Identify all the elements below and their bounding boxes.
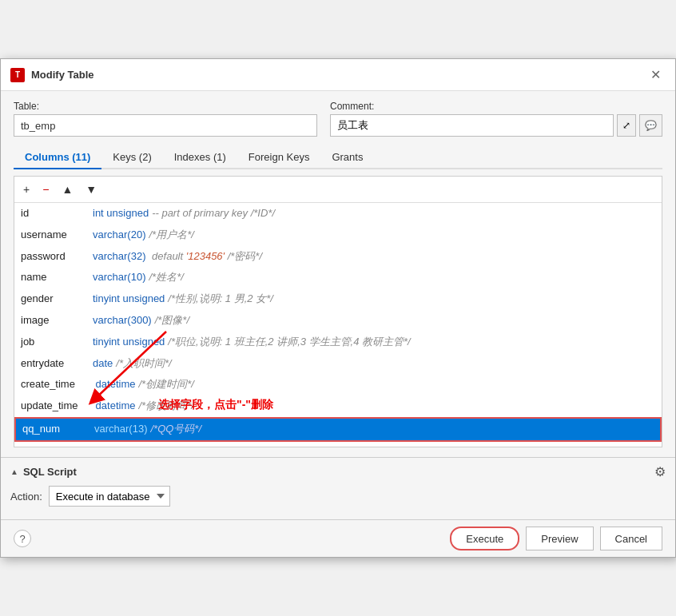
- action-row: Action: Execute in database Write to cli…: [10, 486, 666, 507]
- form-content: Table: Comment: ⤢ 💬 Columns (11) Keys (2…: [1, 91, 675, 457]
- add-column-button[interactable]: +: [18, 180, 35, 199]
- table-row[interactable]: entrydate date /*入职时间*/: [14, 353, 662, 375]
- table-row[interactable]: update_time datetime /*修改时间*/ 选择字段，点击"-"…: [14, 395, 662, 417]
- title-bar: T Modify Table ✕: [1, 59, 675, 91]
- tab-bar: Columns (11) Keys (2) Indexes (1) Foreig…: [14, 146, 662, 169]
- move-down-button[interactable]: ▼: [80, 180, 102, 199]
- remove-column-button[interactable]: −: [37, 180, 54, 199]
- table-row[interactable]: password varchar(32) default '123456' /*…: [14, 246, 662, 268]
- footer-buttons: Execute Preview Cancel: [450, 527, 662, 550]
- form-row: Table: Comment: ⤢ 💬: [14, 101, 662, 137]
- action-label: Action:: [10, 491, 42, 503]
- help-button[interactable]: ?: [14, 530, 31, 547]
- table-row-selected[interactable]: qq_num varchar(13) /*QQ号码*/: [14, 417, 662, 442]
- table-row[interactable]: gender tinyint unsigned /*性别,说明: 1 男,2 女…: [14, 288, 662, 310]
- title-bar-left: T Modify Table: [10, 68, 93, 82]
- tab-grants[interactable]: Grants: [320, 146, 374, 169]
- comment-input[interactable]: [330, 114, 614, 137]
- table-row[interactable]: create_time datetime /*创建时间*/: [14, 374, 662, 395]
- footer: ? Execute Preview Cancel: [1, 519, 675, 557]
- tab-keys[interactable]: Keys (2): [101, 146, 162, 169]
- close-button[interactable]: ✕: [646, 66, 666, 84]
- toolbar: + − ▲ ▼: [14, 177, 662, 203]
- tab-indexes[interactable]: Indexes (1): [163, 146, 237, 169]
- tab-columns[interactable]: Columns (11): [14, 146, 101, 169]
- collapse-icon[interactable]: ▲: [10, 467, 18, 476]
- sql-title: ▲ SQL Script: [10, 466, 77, 478]
- move-up-button[interactable]: ▲: [56, 180, 78, 199]
- comment-label: Comment:: [330, 101, 662, 112]
- sql-section: ▲ SQL Script ⚙ Action: Execute in databa…: [1, 457, 675, 519]
- sql-header: ▲ SQL Script ⚙: [10, 464, 666, 479]
- comment-row: ⤢ 💬: [330, 114, 662, 137]
- preview-button[interactable]: Preview: [526, 527, 593, 550]
- table-row[interactable]: id int unsigned -- part of primary key /…: [14, 203, 662, 225]
- app-icon: T: [10, 68, 25, 82]
- execute-button[interactable]: Execute: [450, 527, 519, 550]
- table-label: Table:: [14, 101, 317, 112]
- table-field-group: Table:: [14, 101, 317, 137]
- table-input[interactable]: [14, 114, 317, 137]
- modify-table-dialog: T Modify Table ✕ Table: Comment: ⤢ 💬 Col…: [0, 58, 676, 558]
- table-row[interactable]: username varchar(20) /*用户名*/: [14, 225, 662, 246]
- dialog-title: Modify Table: [31, 69, 93, 81]
- expand-button[interactable]: ⤢: [617, 114, 636, 137]
- comment-field-group: Comment: ⤢ 💬: [330, 101, 662, 137]
- sql-title-text: SQL Script: [23, 466, 77, 478]
- action-select[interactable]: Execute in database Write to clipboard W…: [49, 486, 170, 507]
- gear-icon[interactable]: ⚙: [654, 464, 666, 479]
- cancel-button[interactable]: Cancel: [600, 527, 662, 550]
- chat-button[interactable]: 💬: [639, 114, 662, 137]
- table-row[interactable]: name varchar(10) /*姓名*/: [14, 267, 662, 288]
- table-row[interactable]: job tinyint unsigned /*职位,说明: 1 班主任,2 讲师…: [14, 332, 662, 353]
- columns-table-area: + − ▲ ▼ id int unsigned -- part of prima…: [14, 176, 662, 447]
- tab-foreign-keys[interactable]: Foreign Keys: [237, 146, 321, 169]
- table-row[interactable]: image varchar(300) /*图像*/: [14, 310, 662, 332]
